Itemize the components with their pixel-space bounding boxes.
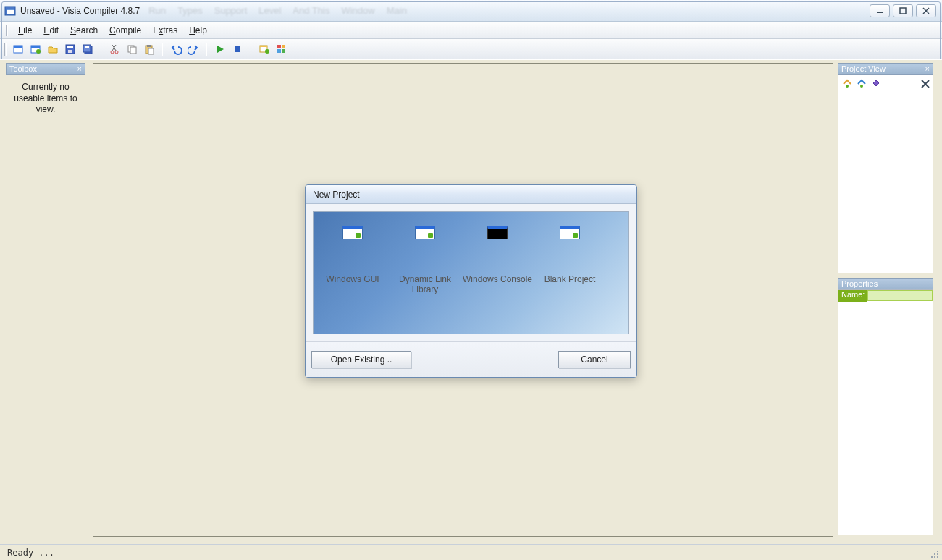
pv-tool-2-icon[interactable] (856, 78, 867, 90)
properties-panel: Properties Name: (838, 278, 933, 535)
template-dll[interactable]: Dynamic Link Library (389, 226, 461, 295)
template-windows-console[interactable]: Windows Console (461, 226, 534, 284)
pv-tool-3-icon[interactable] (870, 78, 882, 90)
template-label: Dynamic Link Library (389, 274, 461, 295)
dialog-title: New Project (306, 185, 636, 204)
template-windows-gui[interactable]: Windows GUI (316, 226, 389, 284)
statusbar: Ready ... (0, 544, 942, 560)
property-name-label: Name: (838, 290, 867, 302)
client-area: Toolbox × Currently no useable items to … (0, 59, 942, 544)
toolbox-title: Toolbox × (6, 63, 85, 75)
shadow-menu: RunTypesSupportLevelAnd ThisWindowMain (148, 5, 407, 16)
new-project-dialog: New Project Windows GUI Dynamic Link Lib… (305, 184, 637, 378)
toolbox-empty-text: Currently no useable items to view. (6, 75, 85, 123)
toolbox-close-icon[interactable]: × (77, 64, 82, 73)
project-view-title-text: Project View (841, 64, 886, 73)
svg-point-35 (846, 85, 849, 88)
template-blank-project[interactable]: Blank Project (534, 226, 606, 284)
toolbox-title-text: Toolbox (9, 64, 37, 73)
properties-title: Properties (838, 278, 933, 289)
property-name-value[interactable] (867, 290, 933, 301)
properties-title-text: Properties (841, 279, 878, 288)
pv-tool-1-icon[interactable] (841, 78, 853, 90)
status-text: Ready ... (7, 548, 54, 558)
project-view-title: Project View × (838, 63, 933, 75)
template-label: Blank Project (544, 274, 596, 284)
open-existing-button[interactable]: Open Existing .. (311, 351, 411, 368)
toolbox-panel: Toolbox × Currently no useable items to … (6, 63, 85, 123)
project-view-close-icon[interactable] (921, 80, 930, 88)
template-label: Windows Console (463, 274, 532, 284)
project-view-panel: Project View × (838, 63, 933, 273)
project-view-titleclose-icon[interactable]: × (925, 64, 930, 73)
cancel-button[interactable]: Cancel (558, 351, 631, 368)
template-label: Windows GUI (326, 274, 379, 284)
resize-grip-icon[interactable] (929, 548, 939, 559)
template-pane: Windows GUI Dynamic Link Library Windows… (313, 211, 629, 334)
svg-point-36 (860, 85, 863, 88)
